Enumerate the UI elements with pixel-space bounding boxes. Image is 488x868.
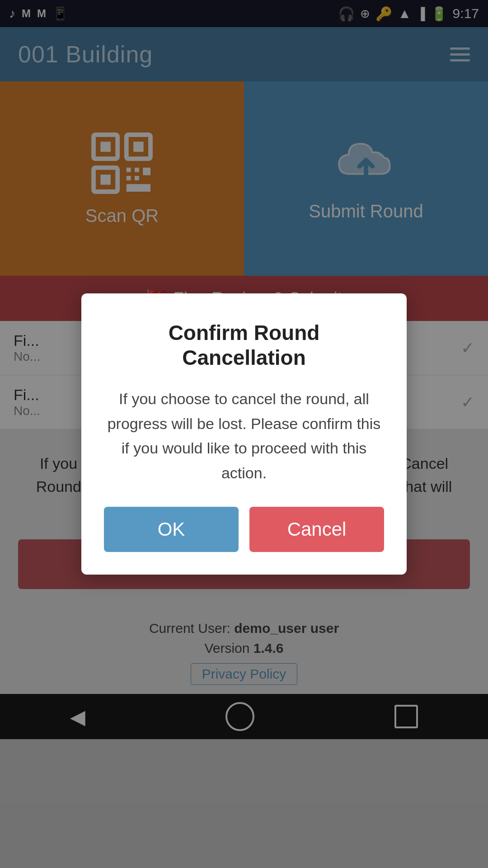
modal-body: If you choose to cancel the round, all p… xyxy=(104,387,384,485)
modal-buttons: OK Cancel xyxy=(104,507,384,552)
modal-ok-button[interactable]: OK xyxy=(104,507,239,552)
modal-cancel-button[interactable]: Cancel xyxy=(249,507,384,552)
modal-overlay: Confirm Round Cancellation If you choose… xyxy=(0,0,488,868)
modal-title: Confirm Round Cancellation xyxy=(104,321,384,370)
confirm-modal: Confirm Round Cancellation If you choose… xyxy=(81,293,407,575)
